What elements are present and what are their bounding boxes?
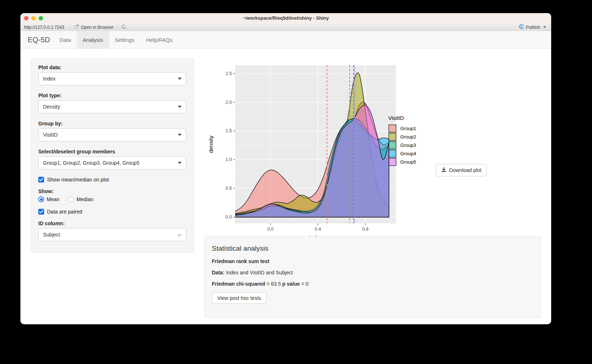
navbar-brand: EQ-5D <box>28 31 50 48</box>
paired-checkbox-row[interactable]: Data are paired <box>38 209 186 215</box>
show-mean-median-checkbox[interactable] <box>38 177 44 183</box>
show-mean-median-checkbox-row[interactable]: Show mean/median on plot <box>38 177 186 183</box>
stats-title: Statistical analysis <box>212 244 533 253</box>
group-by-dropdown[interactable]: VisitID <box>38 128 186 141</box>
legend-item-Group2: Group2 <box>388 133 416 141</box>
tab-data[interactable]: Data <box>54 31 77 48</box>
titlebar: ~/workspace/R/eq5d/inst/shiny - Shiny <box>20 13 551 24</box>
publish-button[interactable]: Publish <box>519 24 551 31</box>
svg-text:1.0: 1.0 <box>226 157 232 162</box>
plot-data-dropdown[interactable]: Index <box>38 72 186 85</box>
plot-type-value: Density <box>43 104 60 110</box>
svg-text:0.0: 0.0 <box>226 215 232 220</box>
radio-median[interactable]: Median <box>68 196 93 202</box>
stats-result-line: Friedman chi-squared = 63.5 p value = 0 <box>212 281 533 287</box>
publish-label: Publish <box>526 25 540 30</box>
plot-data-value: Index <box>43 76 55 82</box>
plot-type-label: Plot type: <box>38 93 186 98</box>
radio-mean-circle[interactable] <box>38 196 44 202</box>
show-mean-median-label: Show mean/median on plot <box>47 177 109 183</box>
group-members-dropdown[interactable]: Group1, Group2, Group3, Group4, Group5 <box>38 156 186 169</box>
url-field[interactable]: http://127.0.0.1:7243 <box>20 25 68 30</box>
radio-median-label: Median <box>77 196 93 202</box>
svg-text:0.8: 0.8 <box>362 227 368 232</box>
radio-mean-label: Mean <box>47 196 59 202</box>
toolbar-divider <box>117 25 117 30</box>
density-plot: 0.00.40.80.00.51.01.52.02.5Indexdensity <box>204 60 401 242</box>
reload-icon <box>121 24 126 31</box>
group-members-value: Group1, Group2, Group3, Group4, Group5 <box>43 160 140 166</box>
legend-item-Group3: Group3 <box>388 141 416 149</box>
stats-data-line: Data: Index and VisitID and Subject <box>212 270 533 275</box>
download-plot-button[interactable]: Download plot <box>436 164 487 176</box>
minimize-window-button[interactable] <box>31 16 36 20</box>
stats-test-name: Friedman rank sum test <box>212 258 533 264</box>
download-plot-label: Download plot <box>449 167 482 173</box>
legend-title: VisitID <box>388 115 416 121</box>
svg-text:2.0: 2.0 <box>226 100 232 105</box>
dropdown-caret-icon <box>178 162 182 164</box>
app-navbar: EQ-5D Data Analysis Settings Help/FAQs <box>20 31 551 49</box>
id-column-select[interactable]: Subject <box>38 228 186 241</box>
dropdown-caret-icon <box>178 134 182 136</box>
id-column-value: Subject <box>43 232 60 238</box>
reload-button[interactable] <box>120 24 128 31</box>
legend-item-Group1: Group1 <box>388 124 416 133</box>
publish-caret-icon <box>543 26 546 28</box>
select-chevron-icon <box>178 232 182 238</box>
open-in-browser-icon <box>74 24 79 30</box>
toolbar-divider <box>70 25 70 30</box>
legend-item-Group5: Group5 <box>388 158 416 166</box>
radio-median-circle[interactable] <box>68 196 74 202</box>
legend-swatch-Group4 <box>388 149 397 158</box>
view-post-hoc-tests-button[interactable]: View post hoc tests <box>212 292 266 304</box>
tab-analysis[interactable]: Analysis <box>77 31 109 48</box>
group-by-label: Group by: <box>38 121 186 126</box>
show-label: Show: <box>38 188 186 194</box>
svg-text:0.4: 0.4 <box>315 227 321 232</box>
group-members-label: Select/deselect group members <box>38 149 186 154</box>
window-title: ~/workspace/R/eq5d/inst/shiny - Shiny <box>20 13 551 23</box>
plot-data-label: Plot data: <box>38 64 186 70</box>
publish-icon <box>519 24 524 31</box>
plot-legend: VisitID Group1Group2Group3Group4Group5 <box>388 115 416 166</box>
app-window: ~/workspace/R/eq5d/inst/shiny - Shiny ht… <box>20 13 551 324</box>
radio-mean[interactable]: Mean <box>38 196 59 202</box>
legend-swatch-Group5 <box>388 158 397 166</box>
plot-type-dropdown[interactable]: Density <box>38 100 186 113</box>
open-in-browser-label: Open in Browser <box>81 25 113 30</box>
dropdown-caret-icon <box>178 78 182 80</box>
id-column-label: ID column: <box>38 220 186 226</box>
legend-swatch-Group1 <box>388 124 397 133</box>
browser-toolbar: http://127.0.0.1:7243 Open in Browser Pu… <box>20 23 551 31</box>
tab-help-faqs[interactable]: Help/FAQs <box>140 31 179 48</box>
legend-item-Group4: Group4 <box>388 149 416 158</box>
dropdown-caret-icon <box>178 106 182 108</box>
paired-checkbox[interactable] <box>38 209 44 215</box>
group-by-value: VisitID <box>43 132 58 138</box>
paired-checkbox-label: Data are paired <box>47 209 82 215</box>
svg-text:2.5: 2.5 <box>226 71 232 76</box>
legend-swatch-Group3 <box>388 141 397 149</box>
y-axis-title: density <box>208 136 214 153</box>
tab-settings[interactable]: Settings <box>109 31 140 48</box>
zoom-window-button[interactable] <box>39 16 43 20</box>
svg-text:0.0: 0.0 <box>267 227 273 232</box>
legend-swatch-Group2 <box>388 133 397 141</box>
controls-sidebar: Plot data: Index Plot type: Density Grou… <box>31 58 194 253</box>
close-window-button[interactable] <box>24 16 28 20</box>
statistical-analysis-panel: Statistical analysis Friedman rank sum t… <box>204 236 541 318</box>
svg-text:0.5: 0.5 <box>226 186 232 191</box>
download-icon <box>441 167 447 173</box>
svg-text:1.5: 1.5 <box>226 128 232 133</box>
open-in-browser-button[interactable]: Open in Browser <box>73 24 115 30</box>
